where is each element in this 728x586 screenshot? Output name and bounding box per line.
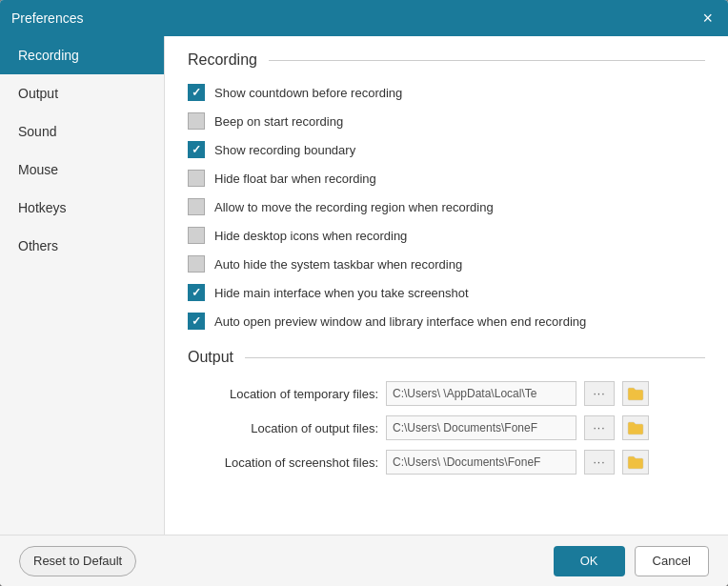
file-row-temp: Location of temporary files:C:\Users\ \A… bbox=[188, 381, 705, 406]
sidebar-item-hotkeys[interactable]: Hotkeys bbox=[0, 189, 164, 227]
checkbox-taskbar[interactable] bbox=[188, 255, 205, 273]
dialog-title: Preferences bbox=[11, 10, 83, 26]
dots-btn-temp[interactable]: ··· bbox=[584, 381, 615, 406]
sidebar-item-output[interactable]: Output bbox=[0, 74, 164, 112]
checkbox-label-boundary: Show recording boundary bbox=[214, 143, 355, 157]
folder-btn-temp[interactable] bbox=[622, 381, 649, 406]
title-bar: Preferences × bbox=[0, 0, 728, 36]
sidebar-item-mouse[interactable]: Mouse bbox=[0, 151, 164, 189]
main-content: Recording Show countdown before recordin… bbox=[165, 36, 728, 535]
checkbox-row-taskbar: Auto hide the system taskbar when record… bbox=[188, 255, 705, 273]
checkbox-label-moveregion: Allow to move the recording region when … bbox=[214, 200, 494, 214]
file-label-temp: Location of temporary files: bbox=[188, 387, 378, 401]
checkbox-row-maininterface: Hide main interface when you take screen… bbox=[188, 284, 705, 301]
folder-btn-screenshot[interactable] bbox=[622, 450, 649, 475]
sidebar-item-sound[interactable]: Sound bbox=[0, 112, 164, 151]
sidebar: RecordingOutputSoundMouseHotkeysOthers bbox=[0, 36, 165, 535]
recording-options: Show countdown before recordingBeep on s… bbox=[188, 84, 705, 330]
checkbox-desktopicons[interactable] bbox=[188, 227, 205, 244]
checkbox-floatbar[interactable] bbox=[188, 170, 205, 187]
checkbox-moveregion[interactable] bbox=[188, 198, 205, 215]
checkbox-row-autopreview: Auto open preview window and library int… bbox=[188, 313, 705, 330]
footer-buttons: OK Cancel bbox=[554, 546, 709, 576]
checkbox-row-desktopicons: Hide desktop icons when recording bbox=[188, 227, 705, 244]
folder-icon bbox=[627, 421, 644, 435]
checkbox-autopreview[interactable] bbox=[188, 313, 205, 330]
file-path-output: C:\Users\ Documents\FoneF bbox=[386, 415, 576, 440]
folder-btn-output[interactable] bbox=[622, 415, 649, 440]
recording-section-line bbox=[269, 60, 705, 61]
cancel-button[interactable]: Cancel bbox=[635, 546, 709, 576]
output-section: Output Location of temporary files:C:\Us… bbox=[188, 349, 705, 475]
checkbox-row-moveregion: Allow to move the recording region when … bbox=[188, 198, 705, 215]
checkbox-maininterface[interactable] bbox=[188, 284, 205, 301]
output-section-header: Output bbox=[188, 349, 705, 366]
reset-button[interactable]: Reset to Default bbox=[19, 546, 136, 576]
folder-icon bbox=[627, 387, 644, 401]
file-row-screenshot: Location of screenshot files:C:\Users\ \… bbox=[188, 450, 705, 475]
checkbox-label-beep: Beep on start recording bbox=[214, 114, 343, 129]
checkbox-label-countdown: Show countdown before recording bbox=[214, 86, 402, 100]
ok-button[interactable]: OK bbox=[554, 546, 625, 576]
checkbox-row-beep: Beep on start recording bbox=[188, 112, 705, 130]
file-path-temp: C:\Users\ \AppData\Local\Te bbox=[386, 381, 576, 406]
checkbox-beep[interactable] bbox=[188, 112, 205, 130]
checkbox-label-maininterface: Hide main interface when you take screen… bbox=[214, 286, 469, 300]
checkbox-boundary[interactable] bbox=[188, 141, 205, 158]
file-label-output: Location of output files: bbox=[188, 421, 378, 435]
file-path-screenshot: C:\Users\ \Documents\FoneF bbox=[386, 450, 576, 475]
dots-btn-screenshot[interactable]: ··· bbox=[584, 450, 615, 475]
checkbox-label-taskbar: Auto hide the system taskbar when record… bbox=[214, 257, 462, 272]
output-section-line bbox=[245, 357, 705, 358]
file-row-output: Location of output files:C:\Users\ Docum… bbox=[188, 415, 705, 440]
file-label-screenshot: Location of screenshot files: bbox=[188, 455, 378, 470]
preferences-dialog: Preferences × RecordingOutputSoundMouseH… bbox=[0, 0, 728, 586]
dialog-body: RecordingOutputSoundMouseHotkeysOthers R… bbox=[0, 36, 728, 535]
recording-section-title: Recording bbox=[188, 51, 257, 69]
checkbox-row-boundary: Show recording boundary bbox=[188, 141, 705, 158]
file-rows: Location of temporary files:C:\Users\ \A… bbox=[188, 381, 705, 475]
dots-btn-output[interactable]: ··· bbox=[584, 415, 615, 440]
checkbox-row-floatbar: Hide float bar when recording bbox=[188, 170, 705, 187]
sidebar-item-recording[interactable]: Recording bbox=[0, 36, 164, 74]
footer: Reset to Default OK Cancel bbox=[0, 535, 728, 586]
sidebar-item-others[interactable]: Others bbox=[0, 227, 164, 265]
checkbox-row-countdown: Show countdown before recording bbox=[188, 84, 705, 101]
recording-section-header: Recording bbox=[188, 51, 705, 69]
checkbox-label-floatbar: Hide float bar when recording bbox=[214, 172, 376, 186]
output-section-title: Output bbox=[188, 349, 233, 366]
checkbox-label-autopreview: Auto open preview window and library int… bbox=[214, 314, 586, 329]
close-button[interactable]: × bbox=[698, 6, 717, 30]
checkbox-countdown[interactable] bbox=[188, 84, 205, 101]
folder-icon bbox=[627, 455, 644, 470]
checkbox-label-desktopicons: Hide desktop icons when recording bbox=[214, 229, 407, 243]
